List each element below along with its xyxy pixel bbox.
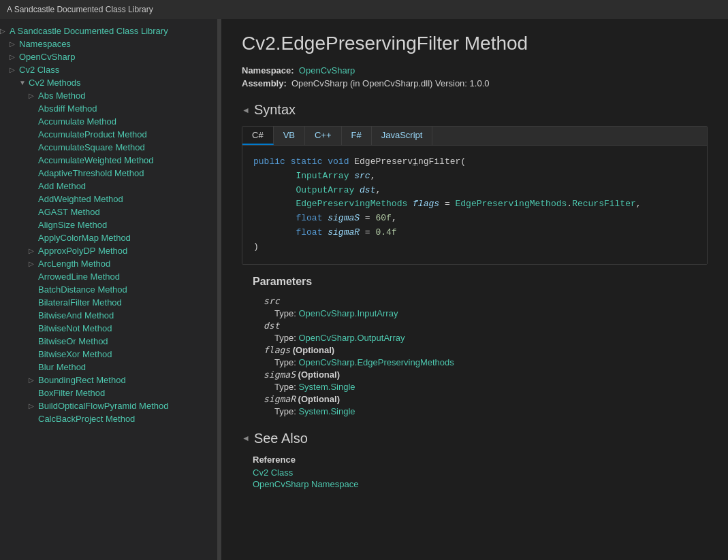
tree-arrow-icon: ▷ <box>29 260 38 267</box>
tree-arrow-icon: ▷ <box>10 53 19 61</box>
type-link[interactable]: OpenCvSharp.OutputArray <box>298 333 405 343</box>
tree-arrow-icon: ▷ <box>29 402 38 410</box>
tree-arrow-icon: ▷ <box>10 40 19 48</box>
param-name-text: sigmaS <box>264 369 296 380</box>
tab-header: C#VBC++F#JavaScript <box>242 127 707 146</box>
type-link[interactable]: System.Single <box>298 406 355 416</box>
sidebar-item-label: Cv2 Methods <box>29 78 81 88</box>
see-also-link[interactable]: Cv2 Class <box>242 467 708 478</box>
sidebar-item-applycolormap[interactable]: ApplyColorMap Method <box>0 231 217 244</box>
param-type-src: Type: OpenCvSharp.InputArray <box>242 308 708 319</box>
tab-csharp[interactable]: C# <box>242 127 274 145</box>
see-also-collapse-arrow[interactable]: ◄ <box>242 433 250 443</box>
sidebar-item-label: BitwiseNot Method <box>38 323 112 333</box>
parameters-container: srcType: OpenCvSharp.InputArraydstType: … <box>242 295 708 417</box>
sidebar-item-accumulate[interactable]: Accumulate Method <box>0 115 217 128</box>
sidebar-item-namespaces[interactable]: ▷Namespaces <box>0 37 217 50</box>
sidebar-item-addweighted[interactable]: AddWeighted Method <box>0 193 217 205</box>
sidebar-item-label: BatchDistance Method <box>38 284 127 295</box>
sidebar-item-accweighted[interactable]: AccumulateWeighted Method <box>0 154 217 167</box>
sidebar-item-label: Abs Method <box>38 90 85 101</box>
sidebar-item-calcbackproject[interactable]: CalcBackProject Method <box>0 412 217 425</box>
type-label: Type: <box>274 357 298 367</box>
sidebar-item-bilateral[interactable]: BilateralFilter Method <box>0 296 217 309</box>
tree-arrow-icon: ▷ <box>10 66 19 73</box>
sidebar-item-sandcastle[interactable]: ▷A Sandcastle Documented Class Library <box>0 24 217 37</box>
sidebar-item-opencvsharp[interactable]: ▷OpenCvSharp <box>0 50 217 63</box>
tab-javascript[interactable]: JavaScript <box>372 127 433 145</box>
param-name-flags: flags (Optional) <box>242 344 708 357</box>
sidebar-item-label: Absdiff Method <box>38 103 97 114</box>
param-name-text: src <box>264 296 279 306</box>
sidebar-item-accsquare[interactable]: AccumulateSquare Method <box>0 141 217 154</box>
param-optional-badge: (Optional) <box>290 345 334 355</box>
parameters-heading: Parameters <box>242 276 708 288</box>
sidebar-item-adaptive[interactable]: AdaptiveThreshold Method <box>0 167 217 180</box>
sidebar-item-buildopticalflow[interactable]: ▷BuildOpticalFlowPyramid Method <box>0 399 217 412</box>
assembly-value: OpenCvSharp (in OpenCvSharp.dll) Version… <box>291 78 490 88</box>
sidebar-item-label: OpenCvSharp <box>19 52 75 62</box>
syntax-section-heading: ◄ Syntax <box>242 102 708 118</box>
sidebar-item-boundingrect[interactable]: ▷BoundingRect Method <box>0 374 217 386</box>
syntax-collapse-arrow[interactable]: ◄ <box>242 105 250 115</box>
tree-arrow-icon: ▷ <box>29 247 38 254</box>
sidebar-item-bitwisenot[interactable]: BitwiseNot Method <box>0 322 217 335</box>
titlebar: A Sandcastle Documented Class Library <box>0 0 728 19</box>
tree-arrow-icon: ▼ <box>19 79 29 86</box>
sidebar-item-label: AddWeighted Method <box>38 194 123 204</box>
param-name-text: flags <box>264 345 290 355</box>
sidebar-item-label: BitwiseAnd Method <box>38 310 114 320</box>
sidebar-item-cv2methods[interactable]: ▼Cv2 Methods <box>0 76 217 89</box>
sidebar-item-abs[interactable]: ▷Abs Method <box>0 89 217 102</box>
sidebar-item-bitwiseand[interactable]: BitwiseAnd Method <box>0 309 217 322</box>
sidebar-item-add[interactable]: Add Method <box>0 180 217 193</box>
tree-arrow-icon: ▷ <box>0 27 10 35</box>
type-link[interactable]: System.Single <box>298 382 355 392</box>
sidebar-item-boxfilter[interactable]: BoxFilter Method <box>0 386 217 399</box>
sidebar-item-arrowedline[interactable]: ArrowedLine Method <box>0 270 217 283</box>
code-block: public static void EdgePreservingFilter(… <box>242 146 707 264</box>
sidebar-item-label: AccumulateWeighted Method <box>38 155 154 165</box>
type-link[interactable]: OpenCvSharp.EdgePreservingMethods <box>298 357 454 367</box>
tree-arrow-icon: ▷ <box>29 376 38 384</box>
sidebar-item-label: AccumulateSquare Method <box>38 142 145 152</box>
sidebar-item-absdiff[interactable]: Absdiff Method <box>0 102 217 115</box>
titlebar-label: A Sandcastle Documented Class Library <box>7 5 153 14</box>
sidebar-item-alignsize[interactable]: AlignSize Method <box>0 218 217 231</box>
type-label: Type: <box>274 333 298 343</box>
param-type-sigmaR: Type: System.Single <box>242 406 708 417</box>
see-also-section-label: See Also <box>254 431 308 446</box>
sidebar-item-label: AccumulateProduct Method <box>38 129 147 139</box>
sidebar-item-label: BilateralFilter Method <box>38 297 122 308</box>
param-name-text: sigmaR <box>264 394 296 404</box>
sidebar-item-label: BuildOpticalFlowPyramid Method <box>38 401 168 411</box>
sidebar: ▷A Sandcastle Documented Class Library▷N… <box>0 19 218 560</box>
sidebar-item-blur[interactable]: Blur Method <box>0 361 217 374</box>
tab-cpp[interactable]: C++ <box>305 127 342 145</box>
sidebar-item-label: ArrowedLine Method <box>38 271 120 282</box>
sidebar-item-label: Namespaces <box>19 39 71 49</box>
sidebar-item-label: BitwiseXor Method <box>38 349 112 359</box>
sidebar-item-label: BoxFilter Method <box>38 388 105 398</box>
type-link[interactable]: OpenCvSharp.InputArray <box>298 308 398 318</box>
sidebar-item-label: Accumulate Method <box>38 116 116 127</box>
syntax-tabs-container: C#VBC++F#JavaScript public static void E… <box>242 126 708 265</box>
param-optional-badge: (Optional) <box>296 369 340 380</box>
type-label: Type: <box>274 382 298 392</box>
sidebar-item-accproduct[interactable]: AccumulateProduct Method <box>0 128 217 141</box>
sidebar-item-batchdistance[interactable]: BatchDistance Method <box>0 283 217 296</box>
sidebar-item-arclength[interactable]: ▷ArcLength Method <box>0 257 217 270</box>
syntax-section-label: Syntax <box>254 102 296 118</box>
sidebar-item-cv2class[interactable]: ▷Cv2 Class <box>0 63 217 76</box>
tab-vb[interactable]: VB <box>274 127 305 145</box>
tab-fsharp[interactable]: F# <box>342 127 372 145</box>
sidebar-item-bitwisexor[interactable]: BitwiseXor Method <box>0 348 217 361</box>
sidebar-item-approxpolydp[interactable]: ▷ApproxPolyDP Method <box>0 244 217 257</box>
sidebar-item-bitwiseor[interactable]: BitwiseOr Method <box>0 335 217 348</box>
sidebar-item-label: ArcLength Method <box>38 259 110 269</box>
sidebar-item-label: A Sandcastle Documented Class Library <box>10 26 168 36</box>
see-also-link[interactable]: OpenCvSharp Namespace <box>242 479 708 489</box>
sidebar-item-agast[interactable]: AGAST Method <box>0 205 217 218</box>
sidebar-item-label: Add Method <box>38 181 86 191</box>
namespace-link[interactable]: OpenCvSharp <box>299 65 355 76</box>
